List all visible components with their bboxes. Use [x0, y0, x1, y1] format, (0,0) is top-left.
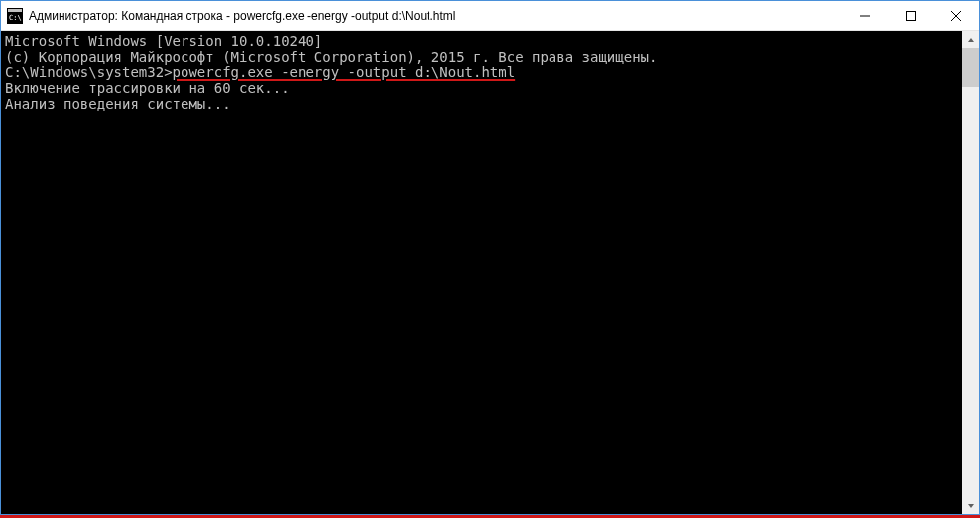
- output-line: Анализ поведения системы...: [5, 96, 958, 112]
- window-title: Администратор: Командная строка - powerc…: [29, 9, 842, 23]
- prompt-text: C:\Windows\system32>: [5, 65, 173, 80]
- output-line: Microsoft Windows [Version 10.0.10240]: [5, 33, 958, 49]
- terminal-output[interactable]: Microsoft Windows [Version 10.0.10240](с…: [1, 31, 962, 514]
- maximize-button[interactable]: [888, 1, 933, 30]
- scroll-up-button[interactable]: [962, 31, 979, 48]
- close-button[interactable]: [933, 1, 979, 30]
- svg-marker-8: [968, 504, 974, 508]
- svg-rect-1: [8, 9, 22, 12]
- titlebar[interactable]: C:\ Администратор: Командная строка - po…: [1, 1, 979, 31]
- output-line: Включение трассировки на 60 сек...: [5, 80, 958, 96]
- scroll-thumb[interactable]: [962, 48, 979, 87]
- vertical-scrollbar[interactable]: [962, 31, 979, 514]
- command-text: powercfg.exe -energy -output d:\Nout.htm…: [173, 65, 516, 80]
- svg-marker-7: [968, 38, 974, 42]
- cmd-icon: C:\: [7, 8, 23, 24]
- svg-rect-4: [907, 11, 916, 20]
- prompt-line: C:\Windows\system32>powercfg.exe -energy…: [5, 65, 958, 80]
- window-controls: [842, 1, 979, 30]
- scroll-down-button[interactable]: [962, 497, 979, 514]
- scroll-track[interactable]: [962, 48, 979, 497]
- terminal-area: Microsoft Windows [Version 10.0.10240](с…: [1, 31, 979, 514]
- minimize-button[interactable]: [842, 1, 888, 30]
- output-line: (с) Корпорация Майкрософт (Microsoft Cor…: [5, 49, 958, 65]
- svg-text:C:\: C:\: [9, 14, 22, 22]
- command-prompt-window: C:\ Администратор: Командная строка - po…: [0, 0, 980, 515]
